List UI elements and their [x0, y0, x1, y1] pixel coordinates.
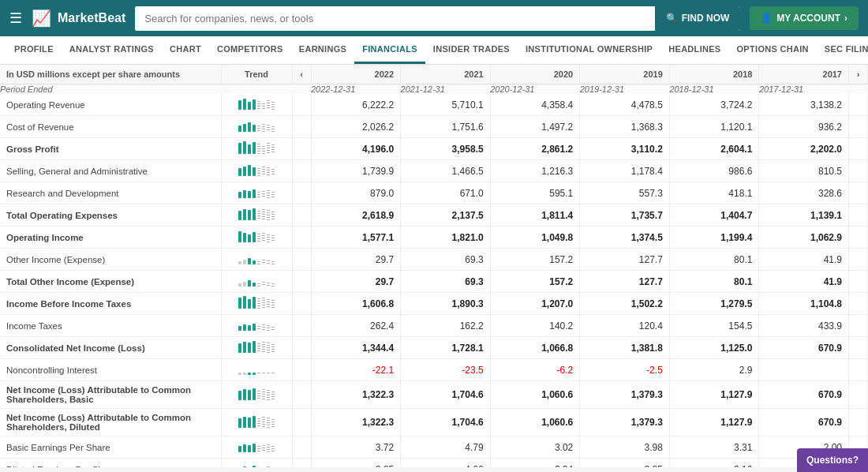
value-cell: 1,127.9: [669, 409, 759, 436]
end-spacer-cell: [849, 293, 868, 315]
value-cell: 1,216.3: [490, 160, 580, 182]
value-cell: 1,368.3: [580, 116, 670, 138]
value-cell: 1,821.0: [401, 227, 491, 249]
row-label: Diluted Earnings Per Share: [0, 459, 221, 468]
value-cell: 1,739.9: [311, 160, 401, 182]
value-cell: 154.5: [669, 315, 759, 337]
end-spacer-cell: [849, 227, 868, 249]
value-cell: 3,724.2: [669, 94, 759, 116]
value-cell: 4.66: [401, 459, 491, 468]
value-cell: 3.65: [311, 459, 401, 468]
value-cell: 1,404.7: [669, 204, 759, 227]
value-cell: 157.2: [490, 271, 580, 293]
end-spacer-cell: [849, 204, 868, 227]
tab-chart[interactable]: CHART: [162, 36, 209, 64]
tab-earnings[interactable]: EARNINGS: [291, 36, 354, 64]
value-cell: 3.31: [669, 436, 759, 459]
user-icon: 👤: [761, 13, 773, 24]
spacer-cell: [292, 315, 311, 337]
value-cell: 1,279.5: [669, 293, 759, 315]
value-cell: 1,125.0: [669, 337, 759, 359]
table-row: Research and Development879.0671.0595.15…: [0, 182, 868, 204]
value-cell: 1,049.8: [490, 227, 580, 249]
value-cell: 1,811.4: [490, 204, 580, 227]
value-cell: 1,606.8: [311, 293, 401, 315]
value-cell: 1,890.3: [401, 293, 491, 315]
value-cell: 3.72: [311, 436, 401, 459]
value-cell: 1,497.2: [490, 116, 580, 138]
table-row: Total Other Income (Expense)29.769.3157.…: [0, 271, 868, 293]
tab-insider-trades[interactable]: INSIDER TRADES: [425, 36, 518, 64]
tab-options-chain[interactable]: OPTIONS CHAIN: [729, 36, 817, 64]
tab-institutional-ownership[interactable]: INSTITUTIONAL OWNERSHIP: [518, 36, 660, 64]
table-row: Diluted Earnings Per Share3.654.662.943.…: [0, 459, 868, 468]
spacer-cell: [292, 459, 311, 468]
row-label: Income Taxes: [0, 315, 221, 337]
trend-cell: [221, 436, 292, 459]
questions-button[interactable]: Questions?: [797, 448, 868, 467]
row-label: Selling, General and Administrative: [0, 160, 221, 182]
value-cell: -2.5: [580, 359, 670, 381]
value-cell: 879.0: [311, 182, 401, 204]
period-2018: 2018-12-31: [669, 84, 759, 95]
table-row: Operating Income1,577.11,821.01,049.81,3…: [0, 227, 868, 249]
spacer-cell: [292, 182, 311, 204]
trend-header: Trend: [221, 65, 292, 84]
end-spacer-cell: [849, 160, 868, 182]
find-now-label: FIND NOW: [682, 13, 730, 24]
table-row: Total Operating Expenses2,618.92,137.51,…: [0, 204, 868, 227]
trend-cell: [221, 315, 292, 337]
value-cell: 1,066.8: [490, 337, 580, 359]
value-cell: 4,478.5: [580, 94, 670, 116]
spacer-cell: [292, 271, 311, 293]
value-cell: 2,137.5: [401, 204, 491, 227]
trend-cell: [221, 204, 292, 227]
trend-cell: [221, 227, 292, 249]
tab-financials[interactable]: FINANCIALS: [354, 36, 425, 64]
spacer-cell: [292, 293, 311, 315]
my-account-button[interactable]: 👤 MY ACCOUNT ›: [750, 6, 859, 30]
row-label: Basic Earnings Per Share: [0, 436, 221, 459]
search-input[interactable]: [135, 6, 654, 31]
tab-competitors[interactable]: COMPETITORS: [209, 36, 291, 64]
value-cell: 1,199.4: [669, 227, 759, 249]
table-row: Income Taxes262.4162.2140.2120.4154.5433…: [0, 315, 868, 337]
trend-cell: [221, 94, 292, 116]
value-cell: 2,202.0: [759, 138, 849, 160]
find-now-button[interactable]: 🔍 FIND NOW: [655, 6, 741, 31]
value-cell: 1,322.3: [311, 409, 401, 436]
value-cell: 262.4: [311, 315, 401, 337]
nav-next-arrow[interactable]: ›: [849, 65, 868, 84]
value-cell: -6.2: [490, 359, 580, 381]
nav-prev-arrow[interactable]: ‹: [292, 65, 311, 84]
year-2020: 2020: [490, 65, 580, 84]
value-cell: -22.1: [311, 359, 401, 381]
value-cell: 1,139.1: [759, 204, 849, 227]
value-cell: 433.9: [759, 315, 849, 337]
tab-sec-filings[interactable]: SEC FILINGS: [817, 36, 868, 64]
row-label: Other Income (Expense): [0, 249, 221, 271]
table-row: Gross Profit4,196.03,958.52,861.23,110.2…: [0, 138, 868, 160]
row-label: Noncontrolling Interest: [0, 359, 221, 381]
tab-headlines[interactable]: HEADLINES: [660, 36, 728, 64]
trend-cell: [221, 337, 292, 359]
value-cell: 557.3: [580, 182, 670, 204]
value-cell: 2,026.2: [311, 116, 401, 138]
value-cell: 670.9: [759, 381, 849, 409]
end-spacer-cell: [849, 249, 868, 271]
value-cell: 810.5: [759, 160, 849, 182]
value-cell: 1,466.5: [401, 160, 491, 182]
end-spacer-cell: [849, 315, 868, 337]
table-row: Cost of Revenue2,026.21,751.61,497.21,36…: [0, 116, 868, 138]
value-cell: 2.9: [669, 359, 759, 381]
spacer-cell: [292, 94, 311, 116]
value-cell: 4,358.4: [490, 94, 580, 116]
hamburger-icon[interactable]: ☰: [9, 9, 22, 27]
value-cell: 29.7: [311, 271, 401, 293]
spacer-cell: [292, 227, 311, 249]
value-cell: 157.2: [490, 249, 580, 271]
trend-period: [221, 84, 292, 95]
tab-profile[interactable]: PROFILE: [6, 36, 62, 64]
tab-analyst-ratings[interactable]: ANALYST RATINGS: [62, 36, 162, 64]
value-cell: 1,120.1: [669, 116, 759, 138]
